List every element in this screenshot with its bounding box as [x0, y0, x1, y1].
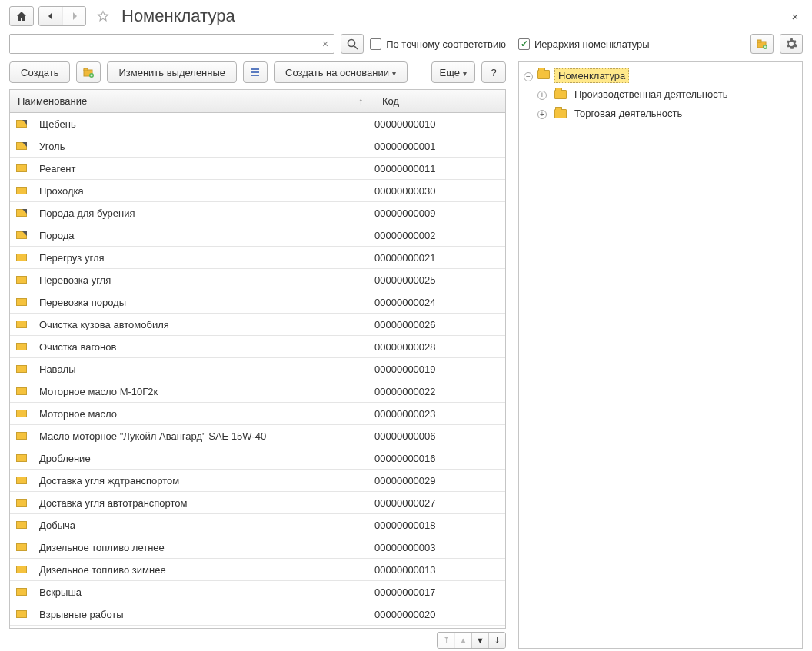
- favorite-button[interactable]: [94, 7, 112, 25]
- row-name: Масло моторное "Лукойл Авангард" SAE 15W…: [33, 430, 374, 442]
- table-row[interactable]: Перевозка угля00000000025: [10, 269, 505, 291]
- row-name: Уголь: [33, 141, 374, 152]
- table-row[interactable]: Порода00000000002: [10, 224, 505, 247]
- table-row[interactable]: Добыча00000000018: [10, 514, 505, 536]
- tree-node-child[interactable]: Торговая деятельность: [522, 104, 732, 123]
- folder-icon: [537, 70, 550, 79]
- col-header-code[interactable]: Код: [374, 90, 505, 112]
- item-icon: [16, 543, 27, 551]
- back-button[interactable]: [39, 7, 62, 25]
- table-row[interactable]: Доставка угля ждтранспортом00000000029: [10, 470, 505, 492]
- home-button[interactable]: [9, 6, 34, 26]
- table-row[interactable]: Моторное масло00000000023: [10, 403, 505, 425]
- help-label: ?: [491, 67, 496, 78]
- row-name: Взрывные работы: [33, 609, 374, 620]
- col-header-name[interactable]: Наименование ↑: [10, 90, 374, 112]
- item-icon: [16, 410, 27, 417]
- table-row[interactable]: Доставка угля автотранспортом00000000027: [10, 492, 505, 514]
- row-code: 00000000029: [374, 475, 505, 487]
- item-icon: [16, 566, 27, 573]
- svg-line-1: [354, 46, 358, 49]
- table-row[interactable]: Щебень00000000010: [10, 113, 505, 135]
- row-code: 00000000002: [374, 230, 505, 241]
- table-row[interactable]: Порода для бурения00000000009: [10, 202, 505, 224]
- scroll-down-button[interactable]: ▼: [471, 633, 488, 648]
- tree-node-root[interactable]: Номенклатура: [522, 67, 732, 85]
- scroll-bottom-button[interactable]: ⤓: [488, 633, 505, 648]
- new-folder-icon: [756, 38, 768, 50]
- tree-root-label[interactable]: Номенклатура: [554, 68, 629, 83]
- table-row[interactable]: Взрывные работы00000000020: [10, 603, 505, 626]
- hierarchy-tree: Номенклатура Производственная деятельнос…: [518, 61, 803, 649]
- create-button[interactable]: Создать: [9, 61, 70, 83]
- more-button[interactable]: Еще: [431, 61, 475, 83]
- item-icon: [16, 254, 27, 261]
- row-code: 00000000001: [374, 141, 505, 152]
- item-icon: [16, 365, 27, 373]
- expand-icon[interactable]: [537, 91, 547, 100]
- edit-selected-button[interactable]: Изменить выделенные: [107, 61, 237, 83]
- table-row[interactable]: Перевозка породы00000000024: [10, 291, 505, 314]
- table-row[interactable]: Вскрыша00000000017: [10, 581, 505, 603]
- arrow-right-icon: [68, 10, 81, 22]
- create-folder-button[interactable]: [76, 61, 101, 83]
- item-icon: [16, 432, 27, 440]
- item-icon: [16, 610, 27, 618]
- tree-child-label[interactable]: Производственная деятельность: [571, 88, 730, 101]
- table-row[interactable]: Масло моторное "Лукойл Авангард" SAE 15W…: [10, 425, 505, 447]
- row-code: 00000000019: [374, 364, 505, 375]
- forward-button: [62, 7, 85, 25]
- row-name: Дробление: [33, 453, 374, 464]
- close-button[interactable]: ×: [787, 10, 803, 23]
- hierarchy-label: Иерархия номенклатуры: [534, 38, 650, 50]
- row-name: Дизельное топливо летнее: [33, 542, 374, 553]
- search-button[interactable]: [341, 34, 364, 54]
- row-code: 00000000006: [374, 430, 505, 442]
- tree-child-label[interactable]: Торговая деятельность: [571, 107, 685, 120]
- row-name: Перегруз угля: [33, 252, 374, 264]
- item-icon: [16, 120, 27, 128]
- edit-selected-label: Изменить выделенные: [118, 67, 225, 78]
- home-icon: [15, 10, 28, 22]
- new-tree-folder-button[interactable]: [750, 34, 774, 54]
- table-row[interactable]: Реагент00000000011: [10, 158, 505, 180]
- table-row[interactable]: Очистка кузова автомобиля00000000026: [10, 314, 505, 336]
- list-mode-button[interactable]: [243, 61, 268, 83]
- search-icon: [346, 38, 358, 50]
- create-from-button[interactable]: Создать на основании: [274, 61, 408, 83]
- folder-icon: [554, 109, 567, 118]
- row-code: 00000000011: [374, 163, 505, 174]
- row-name: Порода для бурения: [33, 208, 374, 219]
- row-code: 00000000020: [374, 609, 505, 620]
- table-row[interactable]: Дизельное топливо зимнее00000000013: [10, 559, 505, 581]
- item-icon: [16, 298, 27, 306]
- item-icon: [16, 276, 27, 284]
- table-row[interactable]: Дизельное топливо летнее00000000003: [10, 536, 505, 559]
- table-row[interactable]: Уголь00000000001: [10, 135, 505, 158]
- new-folder-icon: [82, 66, 95, 78]
- scroll-up-button: ▲: [454, 633, 471, 648]
- expand-icon[interactable]: [537, 110, 547, 119]
- item-icon: [16, 499, 27, 507]
- help-button[interactable]: ?: [481, 61, 506, 83]
- row-name: Перевозка породы: [33, 297, 374, 308]
- table-row[interactable]: Очистка вагонов00000000028: [10, 336, 505, 358]
- table-row[interactable]: Моторное масло М-10Г2к00000000022: [10, 380, 505, 403]
- search-input[interactable]: [10, 35, 317, 53]
- settings-button[interactable]: [780, 34, 803, 54]
- table-row[interactable]: Навалы00000000019: [10, 358, 505, 380]
- item-icon: [16, 343, 27, 350]
- table-row[interactable]: Дробление00000000016: [10, 447, 505, 470]
- row-code: 00000000013: [374, 564, 505, 576]
- table-row[interactable]: Перегруз угля00000000021: [10, 247, 505, 269]
- row-name: Вскрыша: [33, 586, 374, 598]
- collapse-icon[interactable]: [524, 72, 533, 81]
- item-icon: [16, 209, 27, 217]
- exact-match-checkbox[interactable]: По точному соответствию: [370, 38, 506, 50]
- row-code: 00000000016: [374, 453, 505, 464]
- clear-search-button[interactable]: ×: [317, 38, 334, 50]
- tree-node-child[interactable]: Производственная деятельность: [522, 85, 732, 104]
- more-label: Еще: [440, 67, 460, 78]
- table-row[interactable]: Проходка00000000030: [10, 180, 505, 202]
- hierarchy-checkbox[interactable]: Иерархия номенклатуры: [518, 38, 650, 50]
